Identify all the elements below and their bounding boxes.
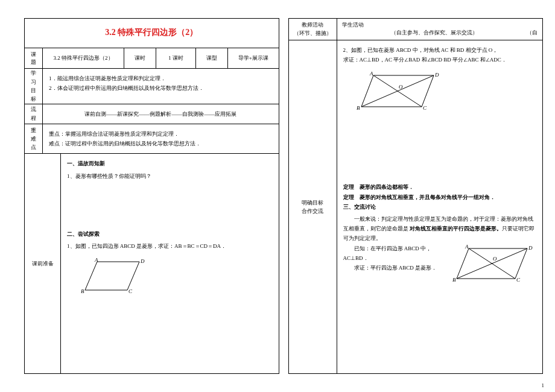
keydiff-label: 重难点 [25,124,43,153]
q2-line1: 2、如图，已知在菱形 ABCD 中，对角线 AC 和 BD 相交于点 O， [343,45,537,55]
type-value: 导学+展示课 [228,48,279,68]
type-label: 课型 [196,48,228,68]
svg-text:A: A [465,244,469,250]
student-activity-label: 学生活动 （自主参与、合作探究、展示交流）（自 [337,19,543,40]
prep-content: 一、温故而知新 1、菱形有哪些性质？你能证明吗？ 二、尝试探索 1、如图，已知四… [61,154,279,373]
left-panel: 3.2 特殊平行四边形（2） 课题 3.2 特殊平行四边形（2） 课时 1 课时… [24,18,279,374]
section2-q1: 1、如图，已知四边形 ABCD 是菱形，求证：AB＝BC＝CD＝DA． [67,241,273,251]
right-content: 2、如图，已知在菱形 ABCD 中，对角线 AC 和 BD 相交于点 O， 求证… [337,40,543,373]
page-number: 1 [542,382,545,388]
svg-text:B: B [81,288,84,294]
svg-text:B: B [357,105,360,111]
rhombus-figure-2: A D B C O [355,71,537,116]
q2-line2: 求证：AC⊥BD，AC 平分∠BAD 和∠BCD BD 平分∠ABC 和∠ADC… [343,55,537,65]
svg-text:C: C [423,105,427,111]
period-value: 1 课时 [156,48,196,68]
keydiff-content: 重点：掌握运用综合法证明菱形性质定理和判定定理． 难点：证明过程中所运用的归纳概… [43,124,279,153]
rhombus-diagonals-icon-2: A D B C O [452,244,536,289]
svg-text:C: C [516,277,521,283]
given-text: 已知：在平行四边形 ABCD 中，AC⊥BD． [343,244,449,263]
topic-value: 3.2 特殊平行四边形（2） [43,48,124,68]
theorem-2: 定理 菱形的对角线互相垂直，并且每条对角线平分一组对角． [343,192,537,202]
objective-label: 学习目标 [25,69,43,104]
teacher-activity-label: 教师活动 （环节、措施） [289,19,337,40]
svg-text:O: O [399,84,403,90]
rhombus-diagonals-icon: A D B C O [355,71,446,116]
svg-text:D: D [434,72,439,78]
rhombus-figure-3: A D B C O [452,244,536,289]
rhombus-figure-1: A D B C [79,257,273,296]
theorem-1: 定理 菱形的四条边都相等． [343,182,537,192]
svg-text:C: C [128,288,133,294]
svg-line-7 [361,75,434,107]
flow-content: 课前自测——新课探究——例题解析——自我测验——应用拓展 [43,104,279,124]
section2-head: 二、尝试探索 [67,229,273,239]
section1-q1: 1、菱形有哪些性质？你能证明吗？ [67,171,273,181]
lesson-title: 3.2 特殊平行四边形（2） [25,19,279,48]
right-panel: 教师活动 （环节、措施） 学生活动 （自主参与、合作探究、展示交流）（自 明确目… [288,18,544,374]
discuss-para: 一般来说：判定定理与性质定理是互为逆命题的，对于定理：菱形的对角线互相垂直，则它… [343,214,537,244]
right-header: 教师活动 （环节、措施） 学生活动 （自主参与、合作探究、展示交流）（自 [289,19,543,40]
section3-head: 三、交流讨论 [343,202,537,212]
rhombus-icon: A D B C [79,257,145,296]
svg-text:O: O [493,256,497,262]
right-body: 明确目标 合作交流 2、如图，已知在菱形 ABCD 中，对角线 AC 和 BD … [289,40,543,373]
objective-content: 1．能运用综合法证明菱形性质定理和判定定理． 2．体会证明过程中所运用的归纳概括… [43,69,279,104]
prep-row: 课前准备 一、温故而知新 1、菱形有哪些性质？你能证明吗？ 二、尝试探索 1、如… [25,154,279,373]
lesson-meta-row: 课题 3.2 特殊平行四边形（2） 课时 1 课时 课型 导学+展示课 [25,48,279,69]
keydiff-row: 重难点 重点：掌握运用综合法证明菱形性质定理和判定定理． 难点：证明过程中所运用… [25,124,279,154]
period-label: 课时 [124,48,156,68]
prove-text: 求证：平行四边形 ABCD 是菱形． [343,263,449,273]
flow-row: 流程 课前自测——新课探究——例题解析——自我测验——应用拓展 [25,104,279,124]
side-goal-label: 明确目标 合作交流 [289,40,337,373]
section1-head: 一、温故而知新 [67,159,273,168]
svg-marker-0 [85,262,139,290]
svg-text:D: D [140,258,145,264]
svg-text:A: A [94,257,98,263]
svg-text:A: A [369,71,373,77]
svg-text:D: D [528,245,533,251]
prep-label: 课前准备 [25,154,61,373]
topic-label: 课题 [25,48,43,68]
svg-text:B: B [452,277,456,283]
svg-line-15 [457,248,527,279]
flow-label: 流程 [25,104,43,124]
objective-row: 学习目标 1．能运用综合法证明菱形性质定理和判定定理． 2．体会证明过程中所运用… [25,69,279,104]
